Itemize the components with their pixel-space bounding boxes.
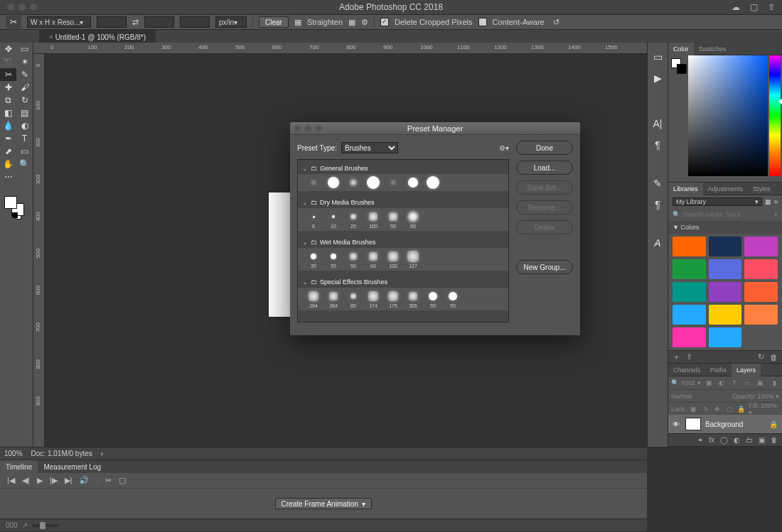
- brush-preset[interactable]: [305, 176, 322, 189]
- layer-mask-icon[interactable]: ◯: [720, 436, 728, 444]
- char-styles-icon[interactable]: ✎: [653, 178, 662, 189]
- crop-unit-dropdown[interactable]: px/in ▾: [215, 16, 247, 28]
- crop-tool-icon[interactable]: ✂: [6, 16, 21, 28]
- brush-tool[interactable]: 🖌: [16, 81, 33, 94]
- tab-layers[interactable]: Layers: [732, 364, 761, 376]
- lock-position-icon[interactable]: ✥: [713, 406, 722, 413]
- blur-tool[interactable]: 💧: [0, 119, 16, 132]
- brush-preset[interactable]: 35: [325, 250, 342, 268]
- brush-group-header[interactable]: ⌄🗀Special Effects Brushes: [298, 276, 508, 288]
- tab-measurement-log[interactable]: Measurement Log: [38, 460, 107, 473]
- brush-preset[interactable]: 100: [385, 250, 402, 268]
- filter-type-icon[interactable]: T: [729, 379, 739, 386]
- dialog-gear-icon[interactable]: ⚙▾: [499, 144, 509, 152]
- filter-shape-icon[interactable]: ▭: [742, 379, 752, 386]
- link-layers-icon[interactable]: ⚭: [697, 436, 703, 444]
- lock-all-icon[interactable]: ▣: [690, 406, 699, 413]
- brush-preset[interactable]: 284: [305, 290, 322, 308]
- tab-timeline[interactable]: Timeline: [0, 460, 38, 473]
- library-color-swatch[interactable]: [744, 305, 778, 325]
- search-stock-input[interactable]: [683, 210, 771, 219]
- color-field[interactable]: [688, 55, 768, 176]
- colors-group-header[interactable]: ▼ Colors: [673, 224, 699, 231]
- transition-icon[interactable]: ▢: [119, 476, 126, 485]
- tab-channels[interactable]: Channels: [668, 364, 705, 376]
- brush-group-header[interactable]: ⌄🗀Dry Media Brushes: [298, 197, 508, 208]
- visibility-icon[interactable]: 👁: [673, 420, 681, 428]
- shape-tool[interactable]: ▭: [16, 145, 33, 158]
- adjustment-layer-icon[interactable]: ◐: [734, 436, 740, 444]
- lock-artboard-icon[interactable]: ▢: [725, 406, 734, 413]
- grid-view-icon[interactable]: ▦: [765, 198, 771, 205]
- brush-preset[interactable]: [345, 176, 362, 189]
- doc-info[interactable]: Doc: 1.01M/0 bytes: [31, 450, 92, 457]
- library-color-swatch[interactable]: [744, 259, 778, 279]
- swap-icon[interactable]: ⇄: [132, 18, 139, 27]
- character-icon[interactable]: A|: [653, 118, 663, 129]
- first-frame-icon[interactable]: |◀: [7, 476, 15, 485]
- brush-preset[interactable]: 175: [385, 290, 402, 308]
- crop-height-input[interactable]: [144, 16, 174, 28]
- brush-group-header[interactable]: ⌄🗀Wet Media Brushes: [298, 237, 508, 248]
- library-color-swatch[interactable]: [744, 282, 778, 302]
- tab-styles[interactable]: Styles: [748, 183, 776, 195]
- add-content-icon[interactable]: ＋: [673, 352, 680, 362]
- lock-icon[interactable]: 🔒: [737, 406, 746, 413]
- new-group-button[interactable]: New Group...: [516, 260, 573, 274]
- brush-preset[interactable]: 50: [424, 290, 441, 308]
- brush-preset[interactable]: 100: [365, 210, 382, 229]
- brush-preset[interactable]: 8: [305, 210, 322, 229]
- reset-icon[interactable]: ↺: [553, 18, 559, 27]
- library-color-swatch[interactable]: [709, 282, 742, 302]
- last-frame-icon[interactable]: ▶|: [65, 476, 73, 485]
- zoom-level[interactable]: 100%: [4, 450, 23, 457]
- brush-preset[interactable]: [325, 176, 342, 189]
- quick-select-tool[interactable]: ✶: [16, 55, 33, 68]
- eyedropper-tool[interactable]: ✎: [16, 68, 33, 81]
- crop-tool[interactable]: ✂: [0, 68, 16, 81]
- trash-icon[interactable]: 🗑: [770, 353, 778, 362]
- render-icon[interactable]: ↗: [22, 521, 28, 529]
- library-color-swatch[interactable]: [709, 327, 742, 347]
- tab-paths[interactable]: Paths: [705, 364, 732, 376]
- brush-preset[interactable]: [424, 176, 441, 189]
- sync-icon[interactable]: ↻: [758, 352, 764, 362]
- pen-tool[interactable]: ✒: [0, 132, 16, 145]
- play-icon[interactable]: ▶: [37, 476, 43, 485]
- library-color-swatch[interactable]: [709, 305, 742, 325]
- eraser-tool[interactable]: ◧: [0, 107, 16, 119]
- brush-preset[interactable]: 50: [444, 290, 461, 308]
- zoom-tool[interactable]: 🔍: [16, 158, 33, 170]
- clear-button[interactable]: Clear: [259, 16, 289, 28]
- library-dropdown[interactable]: My Library▾: [673, 197, 762, 206]
- brush-preset[interactable]: 50: [385, 210, 402, 229]
- lock-pixels-icon[interactable]: ✎: [701, 406, 710, 413]
- layer-row[interactable]: 👁 Background 🔒: [668, 415, 782, 433]
- list-view-icon[interactable]: ≡: [774, 198, 778, 205]
- history-icon[interactable]: ▭: [653, 51, 663, 63]
- brush-preset[interactable]: [405, 176, 422, 189]
- tab-libraries[interactable]: Libraries: [668, 183, 703, 195]
- split-icon[interactable]: ✂: [105, 476, 112, 485]
- library-color-swatch[interactable]: [673, 327, 706, 347]
- brush-preset[interactable]: 60: [365, 250, 382, 268]
- crop-res-input[interactable]: [180, 16, 210, 28]
- brush-preset[interactable]: 50: [405, 210, 422, 229]
- delete-layer-icon[interactable]: 🗑: [771, 436, 778, 444]
- blend-mode-dropdown[interactable]: Normal: [671, 393, 692, 400]
- edit-toolbar[interactable]: ⋯: [0, 170, 16, 183]
- new-layer-icon[interactable]: ▣: [759, 436, 765, 444]
- tab-color[interactable]: Color: [668, 43, 694, 55]
- move-tool[interactable]: ✥: [0, 43, 16, 55]
- path-select-tool[interactable]: ⬈: [0, 145, 16, 158]
- document-tab[interactable]: Untitled-1 @ 100% (RGB/8*): [39, 30, 156, 43]
- filter-pixel-icon[interactable]: ▣: [704, 379, 714, 386]
- lasso-tool[interactable]: ➰: [0, 55, 16, 68]
- library-color-swatch[interactable]: [744, 237, 778, 256]
- audio-icon[interactable]: 🔊: [79, 476, 89, 485]
- status-menu-icon[interactable]: ›: [101, 450, 103, 457]
- brush-preset[interactable]: 25: [345, 210, 362, 229]
- layer-fx-icon[interactable]: fx: [709, 436, 714, 444]
- library-color-swatch[interactable]: [709, 237, 742, 256]
- type-tool[interactable]: T: [16, 132, 33, 145]
